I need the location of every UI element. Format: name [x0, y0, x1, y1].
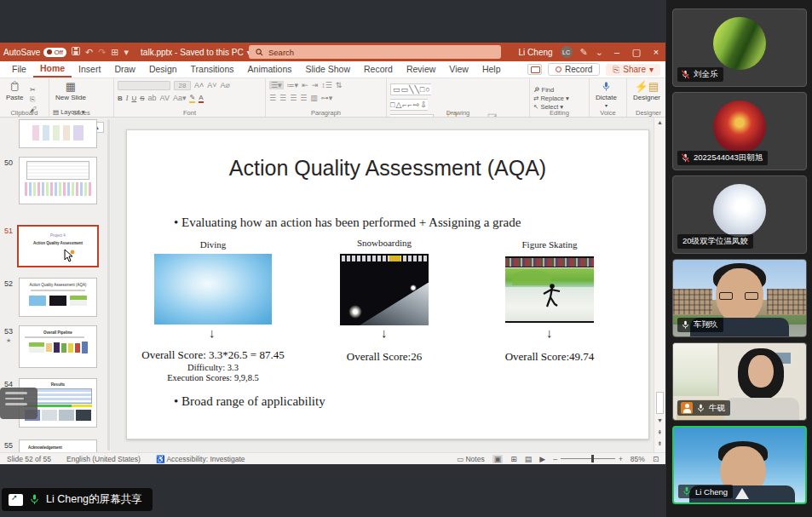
designer-button[interactable]: ⚡▤Designer [631, 80, 663, 102]
tab-review[interactable]: Review [400, 62, 442, 77]
grid-view-icon[interactable]: ⊞ [111, 48, 118, 57]
screen-share-banner[interactable]: Li Cheng的屏幕共享 [2, 488, 153, 511]
convert-smartart-icon[interactable]: ⊶▾ [321, 94, 333, 102]
save-icon[interactable] [72, 47, 80, 57]
language-indicator[interactable]: English (United States) [66, 455, 141, 463]
replace-button[interactable]: ⇄ Replace ▾ [533, 95, 569, 102]
tab-animations[interactable]: Animations [241, 62, 299, 77]
columns-icon[interactable]: ▥ [310, 94, 318, 102]
fit-slide-icon[interactable]: ⊡ [653, 455, 659, 463]
highlight-color-icon[interactable]: ✎ [189, 94, 195, 103]
participant-tile[interactable]: 牛砚 [672, 342, 807, 421]
dictate-button[interactable]: Dictate▾ [593, 80, 619, 109]
numbering-icon[interactable]: ≔▾ [287, 81, 299, 89]
shrink-font-icon[interactable]: A˅ [207, 81, 216, 89]
zoom-slider-thumb[interactable] [591, 455, 594, 462]
font-size-input[interactable]: 28 [174, 81, 191, 90]
slide-thumb-53[interactable]: Overall Pipeline [19, 325, 97, 368]
slide-counter[interactable]: Slide 52 of 55 [7, 455, 51, 463]
zoom-out-icon[interactable]: – [553, 455, 557, 463]
tab-slide-show[interactable]: Slide Show [299, 62, 358, 77]
align-center-icon[interactable]: ☰ [279, 94, 286, 102]
italic-button[interactable]: I [126, 95, 129, 102]
justify-icon[interactable]: ☰ [300, 94, 307, 102]
tab-draw[interactable]: Draw [107, 62, 142, 77]
tab-design[interactable]: Design [142, 62, 184, 77]
maximize-button[interactable]: ▢ [631, 47, 642, 58]
slide-sorter-button[interactable]: ⊞ [510, 455, 517, 463]
zoom-level[interactable]: 85% [631, 455, 645, 463]
tab-help[interactable]: Help [475, 62, 508, 77]
text-shadow-icon[interactable]: ab [148, 94, 157, 102]
find-button[interactable]: 🔎︎ Find [533, 86, 569, 94]
tab-transitions[interactable]: Transitions [184, 62, 241, 77]
underline-button[interactable]: U [131, 95, 136, 102]
redo-icon[interactable]: ↷ [98, 48, 106, 57]
bullets-icon[interactable]: ☰▾ [269, 81, 284, 89]
slide-thumb-52[interactable]: Action Quality Assessment (AQA) [19, 278, 97, 317]
slide-bullet-1[interactable]: • Evaluating how an action has been perf… [174, 215, 521, 230]
next-slide-button[interactable]: ⇟ [654, 440, 665, 447]
tab-insert[interactable]: Insert [72, 62, 107, 77]
participant-tile[interactable]: 刘全乐 [672, 9, 807, 87]
reading-view-button[interactable]: ▤ [525, 455, 533, 463]
accessibility-status[interactable]: ♿ Accessibility: Investigate [156, 455, 245, 463]
participant-tile[interactable]: 车翔玖 [672, 259, 807, 337]
slide-bullet-2[interactable]: • Broad range of applicability [174, 394, 325, 409]
slide-52[interactable]: Action Quality Assessment (AQA) • Evalua… [126, 129, 649, 439]
autosave-toggle[interactable]: AutoSave Off [3, 48, 66, 57]
slide-thumb-49-partial[interactable] [19, 119, 97, 148]
document-title[interactable]: talk.pptx - Saved to this PC▾ [141, 48, 251, 57]
grow-font-icon[interactable]: A˄ [194, 81, 204, 89]
slide-thumb-50[interactable] [19, 157, 97, 204]
copy-icon[interactable]: ⎘ [30, 95, 37, 104]
clear-format-icon[interactable]: A⌀ [221, 81, 230, 89]
previous-slide-button[interactable]: ⇞ [654, 429, 665, 436]
scroll-up-icon[interactable]: ▲ [654, 119, 665, 125]
slide-thumb-51-selected[interactable]: Project 4 Action Quality Assessment [17, 225, 99, 267]
participant-tile[interactable]: 2022544043田朝旭 [672, 92, 807, 170]
new-slide-button[interactable]: ▦New Slide [53, 80, 89, 102]
decrease-indent-icon[interactable]: ⇤ [302, 81, 308, 89]
comments-icon[interactable] [527, 64, 542, 75]
strikethrough-button[interactable]: S [140, 95, 144, 102]
vertical-scrollbar[interactable]: ▲ ▼ ⇞ ⇟ [654, 118, 665, 452]
account-name[interactable]: Li Cheng [519, 48, 553, 57]
change-case-icon[interactable]: Aa▾ [173, 94, 187, 102]
avatar[interactable]: LC [561, 46, 573, 58]
close-button[interactable]: × [650, 47, 662, 57]
scrollbar-thumb[interactable] [656, 392, 664, 414]
participant-tile[interactable]: 20级双学位温凤姣 [672, 175, 807, 254]
align-right-icon[interactable]: ☰ [290, 94, 297, 102]
thumbnail-scrollbar[interactable] [107, 119, 110, 451]
increase-indent-icon[interactable]: ⇥ [312, 81, 319, 89]
slide-thumb-55[interactable]: Acknowledgement [19, 439, 97, 452]
char-spacing-icon[interactable]: AV [160, 94, 170, 102]
undo-icon[interactable]: ↶ [85, 48, 93, 57]
ribbon-display-icon[interactable]: ⌄ [596, 48, 603, 57]
share-button[interactable]: ⎘Share▾ [606, 64, 660, 76]
minimize-button[interactable]: – [611, 47, 623, 57]
text-direction-icon[interactable]: ⇅ [336, 81, 343, 89]
search-box[interactable]: Search [249, 45, 501, 59]
zoom-in-icon[interactable]: + [619, 455, 623, 463]
zoom-slider[interactable]: – + [553, 455, 623, 463]
tab-record[interactable]: Record [357, 62, 400, 77]
slideshow-button[interactable]: ▶ [539, 455, 545, 463]
align-left-icon[interactable]: ☰ [269, 94, 276, 102]
bold-button[interactable]: B [118, 95, 123, 102]
tab-home[interactable]: Home [33, 61, 72, 78]
notes-button[interactable]: ▭ Notes [457, 455, 485, 463]
line-spacing-icon[interactable]: ↕☰ [321, 81, 332, 89]
pen-icon[interactable]: ✎ [580, 48, 588, 57]
record-button[interactable]: Record [548, 63, 600, 76]
cut-icon[interactable]: ✂ [30, 86, 37, 94]
paste-button[interactable]: 📋︎Paste [3, 80, 26, 102]
tab-file[interactable]: File [5, 62, 33, 77]
qat-customize-icon[interactable]: ▾ [124, 48, 130, 57]
participant-tile-active-speaker[interactable]: Li Cheng [672, 426, 807, 504]
scroll-down-icon[interactable]: ▼ [654, 417, 665, 423]
tab-view[interactable]: View [442, 62, 475, 77]
font-color-icon[interactable]: A [199, 94, 203, 103]
font-name-input[interactable] [118, 81, 170, 90]
